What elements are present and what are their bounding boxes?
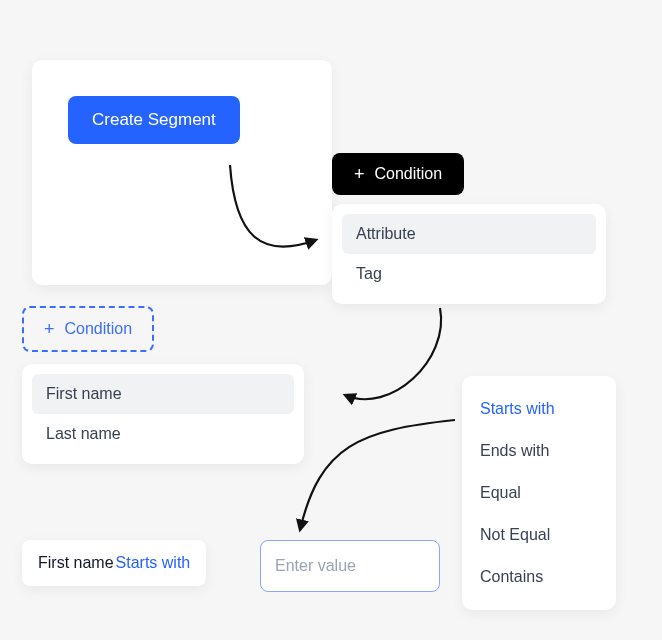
add-condition-button-dashed[interactable]: + Condition [22,306,154,352]
menu-item-first-name[interactable]: First name [32,374,294,414]
value-input[interactable] [260,540,440,592]
attribute-dropdown: First name Last name [22,364,304,464]
add-condition-label: Condition [65,320,133,338]
menu-item-attribute[interactable]: Attribute [342,214,596,254]
menu-item-last-name[interactable]: Last name [32,414,294,454]
menu-item-tag[interactable]: Tag [342,254,596,294]
plus-icon: + [354,165,365,183]
plus-icon: + [44,320,55,338]
arrow-2 [345,308,441,399]
add-condition-button-dark[interactable]: + Condition [332,153,464,195]
add-condition-label: Condition [375,165,443,183]
create-segment-button[interactable]: Create Segment [68,96,240,144]
menu-item-starts-with[interactable]: Starts with [470,388,608,430]
menu-item-ends-with[interactable]: Ends with [470,430,608,472]
summary-operator: Starts with [116,554,191,572]
operator-dropdown: Starts with Ends with Equal Not Equal Co… [462,376,616,610]
arrow-3 [300,420,455,530]
summary-attribute: First name [38,554,114,572]
condition-summary: First name Starts with [22,540,206,586]
condition-type-dropdown: Attribute Tag [332,204,606,304]
menu-item-equal[interactable]: Equal [470,472,608,514]
create-segment-card: Create Segment [32,60,332,285]
menu-item-contains[interactable]: Contains [470,556,608,598]
menu-item-not-equal[interactable]: Not Equal [470,514,608,556]
